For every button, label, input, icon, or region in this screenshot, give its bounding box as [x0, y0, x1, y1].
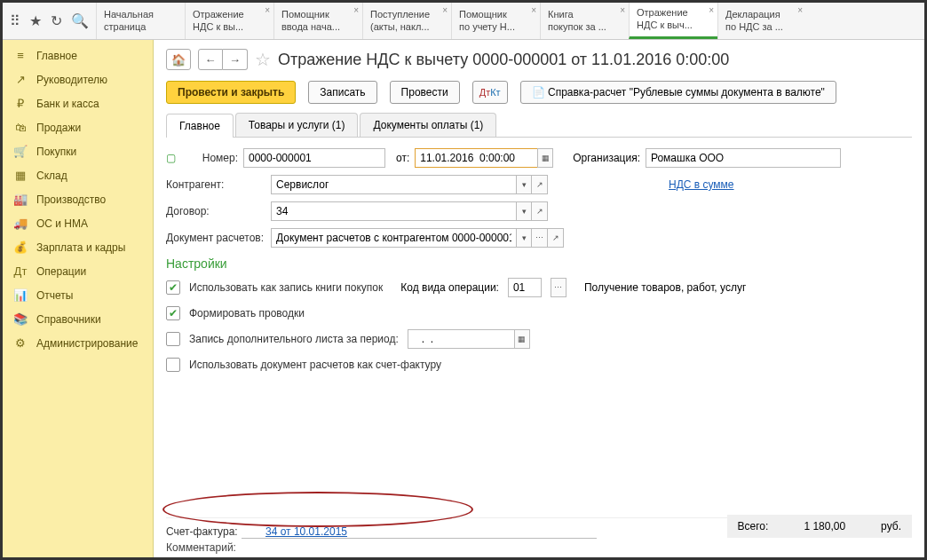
sidebar-icon: 📊 — [13, 288, 28, 302]
home-button[interactable]: 🏠 — [166, 49, 191, 70]
sidebar-item-label: Производство — [36, 193, 106, 206]
ellipsis-icon[interactable]: ⋯ — [532, 228, 548, 248]
top-tab[interactable]: Начальнаястраница — [96, 3, 185, 39]
vat-link[interactable]: НДС в сумме — [669, 178, 734, 191]
post-and-close-button[interactable]: Провести и закрыть — [166, 81, 296, 104]
tab-paydocs[interactable]: Документы оплаты (1) — [360, 113, 496, 137]
sidebar-item[interactable]: ⚙Администрирование — [3, 331, 153, 355]
open-icon[interactable]: ↗ — [532, 175, 548, 194]
comment-label: Комментарий: — [166, 541, 236, 554]
sidebar-icon: 🛍 — [13, 121, 28, 134]
tab-main[interactable]: Главное — [166, 114, 234, 138]
sidebar-icon: 🏭 — [13, 193, 28, 206]
make-entries-label: Формировать проводки — [189, 307, 305, 319]
top-tab[interactable]: Поступление(акты, накл...× — [362, 3, 451, 39]
invoice-link[interactable]: 34 от 10.01.2015 — [265, 525, 347, 538]
top-tab[interactable]: ОтражениеНДС к выч...× — [629, 3, 717, 39]
top-tab[interactable]: Помощникввода нача...× — [273, 3, 362, 39]
tab-goods[interactable]: Товары и услуги (1) — [235, 113, 359, 137]
comment-input[interactable] — [242, 538, 597, 557]
total-currency: руб. — [881, 520, 901, 532]
ellipsis-icon[interactable]: ⋯ — [551, 278, 566, 297]
close-icon[interactable]: × — [265, 5, 270, 15]
close-icon[interactable]: × — [797, 5, 803, 15]
history-icon[interactable]: ↻ — [51, 12, 62, 29]
extra-sheet-checkbox[interactable] — [166, 332, 180, 346]
extra-date-input[interactable] — [408, 329, 514, 349]
back-button[interactable]: ← — [198, 49, 223, 70]
favorite-star-icon[interactable]: ☆ — [255, 49, 271, 70]
sidebar-item[interactable]: ↗Руководителю — [3, 67, 153, 91]
sidebar-item-label: Отчеты — [36, 289, 73, 302]
star-icon[interactable]: ★ — [29, 12, 42, 29]
sidebar-item[interactable]: ≡Главное — [3, 43, 153, 67]
sidebar-item[interactable]: 🛒Покупки — [3, 139, 153, 163]
sidebar-item-label: Покупки — [36, 146, 76, 158]
use-purchase-checkbox[interactable]: ✔ — [166, 280, 180, 295]
dropdown-icon[interactable]: ▾ — [516, 175, 532, 194]
dt-kt-button[interactable]: ДтКт — [472, 81, 508, 104]
counterparty-input[interactable] — [271, 175, 516, 194]
make-entries-checkbox[interactable]: ✔ — [166, 306, 180, 320]
number-input[interactable] — [243, 148, 385, 168]
save-button[interactable]: Записать — [308, 81, 376, 104]
close-icon[interactable]: × — [442, 5, 448, 15]
top-tab[interactable]: Декларацияпо НДС за ...× — [717, 3, 806, 39]
forward-button[interactable]: → — [223, 49, 248, 70]
apps-icon[interactable]: ⠿ — [10, 12, 20, 29]
sidebar-icon: 🚚 — [13, 217, 28, 230]
top-tab[interactable]: Помощникпо учету Н...× — [451, 3, 540, 39]
currency-report-button[interactable]: 📄 Справка-расчет "Рублевые суммы докумен… — [520, 81, 836, 104]
sidebar-item[interactable]: ▦Склад — [3, 163, 153, 187]
sidebar-icon: ≡ — [13, 49, 28, 62]
dropdown-icon[interactable]: ▾ — [516, 228, 532, 248]
page-title: Отражение НДС к вычету 0000-000001 от 11… — [278, 51, 729, 69]
search-icon[interactable]: 🔍 — [71, 12, 89, 29]
open-icon[interactable]: ↗ — [532, 201, 548, 221]
sidebar-item-label: ОС и НМА — [36, 217, 88, 230]
total-label: Всего: — [738, 520, 769, 532]
open-icon[interactable]: ↗ — [548, 228, 564, 248]
top-tab[interactable]: ОтражениеНДС к вы...× — [185, 3, 273, 39]
contract-input[interactable] — [271, 201, 516, 221]
sidebar-item[interactable]: 🚚ОС и НМА — [3, 211, 153, 235]
sidebar-item[interactable]: 📚Справочники — [3, 307, 153, 331]
org-input[interactable] — [646, 148, 841, 168]
sidebar-icon: ↗ — [13, 73, 28, 86]
use-purchase-label: Использовать как запись книги покупок — [189, 281, 383, 294]
org-label: Организация: — [573, 152, 640, 164]
sidebar-item[interactable]: 🏭Производство — [3, 187, 153, 211]
content-area: 🏠 ← → ☆ Отражение НДС к вычету 0000-0000… — [154, 40, 924, 557]
sidebar-item-label: Склад — [36, 170, 67, 182]
contract-label: Договор: — [166, 205, 265, 217]
close-icon[interactable]: × — [620, 5, 625, 15]
sidebar-item[interactable]: ДтОперации — [3, 259, 153, 283]
sidebar-item[interactable]: 📊Отчеты — [3, 283, 153, 307]
sidebar-icon: 🛒 — [13, 145, 28, 158]
use-as-invoice-checkbox[interactable] — [166, 358, 180, 372]
op-type-input[interactable] — [508, 278, 542, 297]
top-tab[interactable]: Книгапокупок за ...× — [540, 3, 629, 39]
sidebar: ≡Главное↗Руководителю₽Банк и касса🛍Прода… — [3, 40, 154, 557]
close-icon[interactable]: × — [709, 5, 714, 15]
settings-header: Настройки — [166, 256, 912, 271]
sidebar-icon: ⚙ — [13, 336, 28, 350]
use-as-invoice-label: Использовать документ расчетов как счет-… — [189, 359, 441, 371]
sidebar-item[interactable]: ₽Банк и касса — [3, 91, 153, 115]
total-value: 1 180,00 — [804, 520, 845, 532]
sidebar-item[interactable]: 💰Зарплата и кадры — [3, 235, 153, 259]
date-input[interactable] — [415, 148, 537, 168]
sidebar-item-label: Операции — [36, 265, 86, 278]
calendar-icon[interactable]: ▦ — [514, 329, 530, 349]
close-icon[interactable]: × — [531, 5, 536, 15]
from-label: от: — [396, 152, 409, 164]
settlement-input[interactable] — [271, 228, 516, 248]
sidebar-item-label: Зарплата и кадры — [36, 241, 125, 254]
extra-sheet-label: Запись дополнительного листа за период: — [189, 333, 399, 345]
sidebar-icon: Дт — [13, 264, 28, 278]
post-button[interactable]: Провести — [390, 81, 460, 104]
calendar-icon[interactable]: ▦ — [537, 148, 553, 168]
sidebar-item[interactable]: 🛍Продажи — [3, 115, 153, 139]
dropdown-icon[interactable]: ▾ — [516, 201, 532, 221]
close-icon[interactable]: × — [353, 5, 359, 15]
